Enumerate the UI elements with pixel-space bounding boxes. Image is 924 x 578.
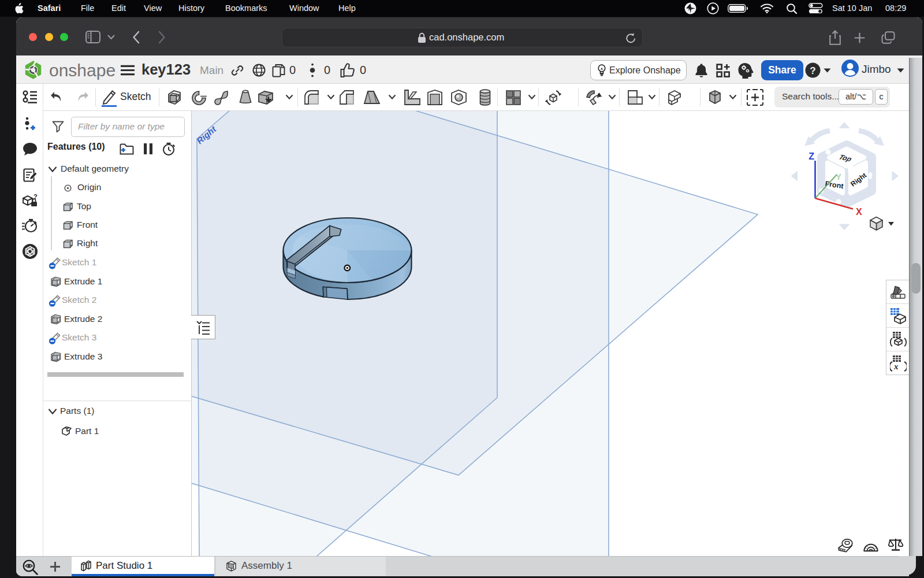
svg-text:X: X: [856, 207, 862, 217]
svg-text:?: ?: [810, 65, 815, 76]
svg-text:Z: Z: [808, 151, 814, 161]
svg-text:Y: Y: [836, 172, 841, 181]
svg-text:x: x: [893, 362, 899, 371]
